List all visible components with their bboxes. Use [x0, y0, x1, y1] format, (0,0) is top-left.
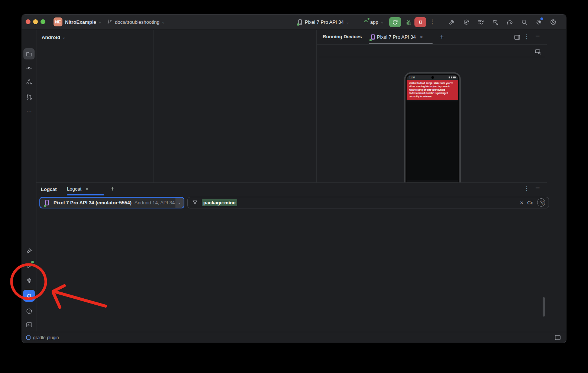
vertical-scrollbar[interactable] [543, 297, 545, 317]
rn-error-banner: Unable to load script. Make sure you're … [407, 80, 458, 100]
close-tab-icon[interactable]: ✕ [85, 187, 89, 191]
logcat-tab[interactable]: Logcat ✕ [67, 183, 89, 195]
logcat-toolbar [36, 211, 51, 332]
device-mirror-search-icon[interactable] [533, 46, 543, 57]
new-tab-plus-icon[interactable]: ＋ [439, 33, 445, 40]
minimize-window-button[interactable] [33, 19, 38, 24]
apply-changes-icon[interactable] [461, 17, 471, 27]
logcat-filter-row: Pixel 7 Pro API 34 (emulator-5554) Andro… [36, 195, 547, 210]
search-everywhere-icon[interactable] [519, 17, 529, 27]
chevron-down-icon: ⌄ [162, 20, 165, 24]
device-phone-icon [369, 32, 377, 42]
profiler-icon[interactable] [475, 17, 486, 27]
logcat-panel: Logcat Logcat ✕ ＋ ⋮ − Pixel 7 Pro API 34… [36, 182, 547, 332]
logcat-tab-label: Logcat [67, 186, 81, 192]
project-panel: Android ⌄ [36, 30, 154, 182]
logcat-filter-field[interactable]: package:mine ✕ Cc ☆ [187, 197, 549, 208]
build-hammer-icon[interactable] [446, 17, 457, 27]
rerun-button[interactable] [389, 17, 401, 27]
branch-selector[interactable]: docs/troubleshooting ⌄ [107, 14, 165, 29]
debug-button[interactable] [403, 17, 414, 27]
layout-icon[interactable] [512, 32, 522, 42]
rn-error-stacktrace [407, 101, 458, 180]
close-window-button[interactable] [26, 19, 30, 24]
maximize-window-button[interactable] [41, 19, 45, 24]
terminal-tool-icon[interactable] [23, 319, 35, 330]
help-icon[interactable]: ? [537, 198, 545, 207]
device-name: Pixel 7 Pro API 34 [305, 19, 344, 25]
project-view-selector[interactable]: Android ⌄ [42, 35, 65, 40]
module-status-icon [26, 335, 30, 340]
project-name: NitroExample [65, 19, 96, 25]
project-selector[interactable]: NitroExample ⌄ [65, 14, 101, 29]
device-tab-label: Pixel 7 Pro API 34 [377, 34, 416, 40]
active-tab-indicator [369, 43, 433, 44]
phone-clock: 11:54 [409, 76, 415, 79]
problems-tool-icon[interactable] [23, 305, 35, 317]
device-phone-icon [42, 198, 51, 208]
pull-requests-tool-icon[interactable] [23, 91, 35, 102]
stop-button[interactable] [414, 17, 426, 27]
account-icon[interactable] [548, 17, 558, 27]
match-case-toggle[interactable]: Cc [527, 200, 533, 205]
gradle-sync-icon[interactable] [504, 17, 515, 27]
chevron-down-icon: ⌄ [62, 35, 65, 39]
running-devices-title: Running Devices [323, 34, 362, 39]
run-tool-icon[interactable] [23, 260, 35, 271]
project-view-label: Android [42, 35, 60, 40]
project-tool-icon[interactable] [23, 48, 35, 59]
close-tab-icon[interactable]: ✕ [420, 35, 423, 39]
android-icon [361, 17, 370, 27]
device-toolbar [319, 45, 545, 57]
logcat-panel-title: Logcat [41, 186, 57, 192]
logcat-device-selector[interactable]: Pixel 7 Pro API 34 (emulator-5554) Andro… [39, 197, 184, 208]
commit-tool-icon[interactable] [23, 62, 35, 74]
device-selector[interactable]: Pixel 7 Pro API 34 ⌄ [296, 14, 349, 29]
chevron-down-icon: ⌄ [98, 20, 101, 24]
new-logcat-tab-plus-icon[interactable]: ＋ [109, 185, 116, 192]
status-module-label[interactable]: gradle-plugin [33, 335, 59, 340]
logcat-log-list[interactable] [55, 211, 546, 329]
filter-query-text[interactable]: package:mine [202, 199, 237, 206]
phone-camera-hole [431, 76, 434, 79]
more-actions-kebab-icon[interactable]: ⋮ [429, 19, 435, 25]
panel-options-kebab-icon[interactable]: ⋮ [524, 34, 530, 40]
running-devices-header: Running Devices Pixel 7 Pro API 34 ✕ ＋ ⋮… [317, 30, 547, 45]
clear-filter-icon[interactable]: ✕ [520, 201, 523, 205]
chevron-down-icon: ⌄ [381, 20, 384, 24]
more-tools-icon[interactable]: ⋯ [23, 106, 35, 117]
hide-panel-icon[interactable]: − [535, 185, 540, 191]
badge-dot [31, 261, 34, 263]
running-devices-panel: Running Devices Pixel 7 Pro API 34 ✕ ＋ ⋮… [316, 30, 547, 182]
logcat-tool-icon[interactable] [23, 290, 35, 302]
editor-empty-area [154, 30, 316, 182]
logcat-device-detail: Android 14, API 34 [135, 200, 175, 205]
emulator-phone[interactable]: 11:54 Unable to load script. Make sure y… [404, 72, 461, 195]
title-bar: NE NitroExample ⌄ docs/troubleshooting ⌄… [22, 14, 566, 30]
device-dropdown-chevron[interactable]: ⌄ [175, 198, 184, 208]
branch-name: docs/troubleshooting [115, 19, 159, 25]
chevron-down-icon: ⌄ [346, 20, 349, 24]
build-tool-icon[interactable] [23, 245, 35, 256]
run-config-name: app [370, 19, 378, 25]
attach-debugger-icon[interactable] [490, 17, 500, 27]
device-phone-icon [296, 17, 304, 27]
device-tab[interactable]: Pixel 7 Pro API 34 ✕ [369, 30, 423, 44]
settings-gear-icon[interactable] [533, 17, 544, 27]
hide-panel-icon[interactable]: − [535, 33, 540, 39]
project-icon-badge: NE [54, 17, 62, 26]
status-board-icon[interactable] [553, 334, 562, 342]
run-config-selector[interactable]: app ⌄ [361, 14, 384, 29]
emulator-screen[interactable]: 11:54 Unable to load script. Make sure y… [407, 75, 458, 193]
panel-options-kebab-icon[interactable]: ⋮ [524, 186, 530, 192]
app-insights-tool-icon[interactable] [23, 275, 35, 286]
desktop-background: NE NitroExample ⌄ docs/troubleshooting ⌄… [0, 0, 588, 373]
logcat-device-name: Pixel 7 Pro API 34 (emulator-5554) [54, 200, 132, 205]
android-studio-window: NE NitroExample ⌄ docs/troubleshooting ⌄… [22, 14, 566, 343]
status-bar: gradle-plugin [22, 332, 566, 343]
filter-funnel-icon[interactable] [191, 199, 199, 207]
left-tool-strip: ⋯ [22, 30, 36, 331]
badge-dot [540, 17, 543, 20]
structure-tool-icon[interactable] [23, 76, 35, 87]
